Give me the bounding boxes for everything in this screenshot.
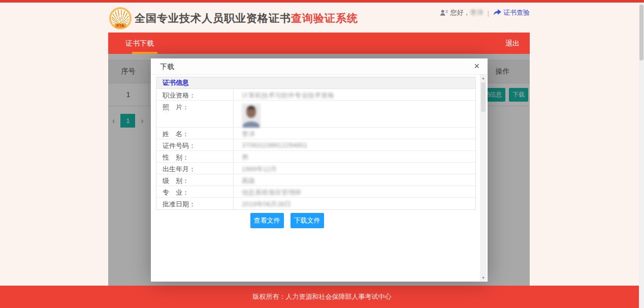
share-arrow-icon [493,9,501,16]
field-label: 证件号码： [156,139,234,150]
view-file-button[interactable]: 查看文件 [250,213,284,228]
copyright-text: 版权所有：人力资源和社会保障部人事考试中心 [253,292,392,301]
field-row-specialty: 专 业： 信息系统项目管理师 [156,186,475,198]
field-value: 370831198912294851 [234,139,475,150]
field-value: 2019年06月28日 [234,198,475,209]
certificate-info-table: 证书信息 职业资格： 计算机技术与软件专业技术资格 照 片： 姓 名： 李洋 证… [156,77,476,210]
field-row-level: 级 别： 高级 [156,174,475,186]
field-row-id-number: 证件号码： 370831198912294851 [156,139,475,151]
modal-scrollbar[interactable]: ▲ ▼ [480,75,487,281]
field-label: 专 业： [156,186,234,197]
field-label: 照 片： [156,101,234,127]
download-modal: 下载 × 证书信息 职业资格： 计算机技术与软件专业技术资格 照 片： 姓 名：… [151,58,488,282]
logout-button[interactable]: 退出 [503,33,522,54]
field-label: 职业资格： [156,89,234,100]
field-value: 1989年12月 [234,163,475,174]
field-value: 计算机技术与软件专业技术资格 [234,89,475,100]
user-area: 您好， 李洋 | 证书查验 [440,8,530,18]
field-value: 男 [234,151,475,162]
logo-label: PTA [115,23,126,28]
field-label: 级 别： [156,174,234,186]
modal-button-row: 查看文件 下载文件 [127,213,447,228]
field-row-qualification: 职业资格： 计算机技术与软件专业技术资格 [156,89,475,101]
top-accent-strip [0,0,644,3]
logout-label: 退出 [505,39,520,47]
field-row-gender: 性 别： 男 [156,151,475,163]
field-value-photo [234,101,475,127]
modal-body: 证书信息 职业资格： 计算机技术与软件专业技术资格 照 片： 姓 名： 李洋 证… [151,75,488,281]
scroll-down-icon[interactable]: ▼ [480,276,487,280]
nav-item-certificate-download[interactable]: 证书下载 [118,33,161,54]
verify-link-label: 证书查验 [503,8,530,17]
page-scrollbar-thumb[interactable] [639,5,643,60]
section-title: 证书信息 [156,77,475,89]
username: 李洋 [470,8,484,17]
modal-title: 下载 [160,63,174,71]
user-icon [440,9,448,16]
field-label: 姓 名： [156,128,234,139]
scroll-up-icon[interactable]: ▲ [480,76,487,80]
greeting-text: 您好， [450,8,470,17]
field-value: 高级 [234,174,475,186]
modal-titlebar: 下载 × [151,58,488,75]
certificate-verify-link[interactable]: 证书查验 [493,8,530,17]
field-value: 李洋 [234,128,475,139]
modal-scrollbar-thumb[interactable] [481,82,486,112]
brand: PTA 全国专业技术人员职业资格证书查询验证系统 [109,7,358,29]
separator: | [488,9,489,17]
close-icon[interactable]: × [472,58,481,75]
nav-bar: 证书下载 退出 [108,33,530,54]
portrait-photo [242,104,261,128]
field-row-name: 姓 名： 李洋 [156,128,475,139]
pta-logo-icon: PTA [109,7,132,29]
nav-item-label: 证书下载 [125,39,154,47]
header: PTA 全国专业技术人员职业资格证书查询验证系统 您好， 李洋 | 证书查验 [108,6,530,33]
field-label: 批准日期： [156,198,234,209]
site-title-main: 全国专业技术人员职业资格证书 [135,12,291,24]
footer: 版权所有：人力资源和社会保障部人事考试中心 [0,286,644,308]
field-row-photo: 照 片： [156,101,475,128]
download-file-button[interactable]: 下载文件 [291,213,324,228]
field-label: 性 别： [156,151,234,162]
field-label: 出生年月： [156,163,234,174]
site-title-accent: 查询验证系统 [291,12,358,24]
field-row-birth: 出生年月： 1989年12月 [156,163,475,174]
field-row-approval-date: 批准日期： 2019年06月28日 [156,198,475,209]
field-value: 信息系统项目管理师 [234,186,475,197]
site-title: 全国专业技术人员职业资格证书查询验证系统 [135,11,358,25]
page-scrollbar[interactable] [639,3,644,308]
